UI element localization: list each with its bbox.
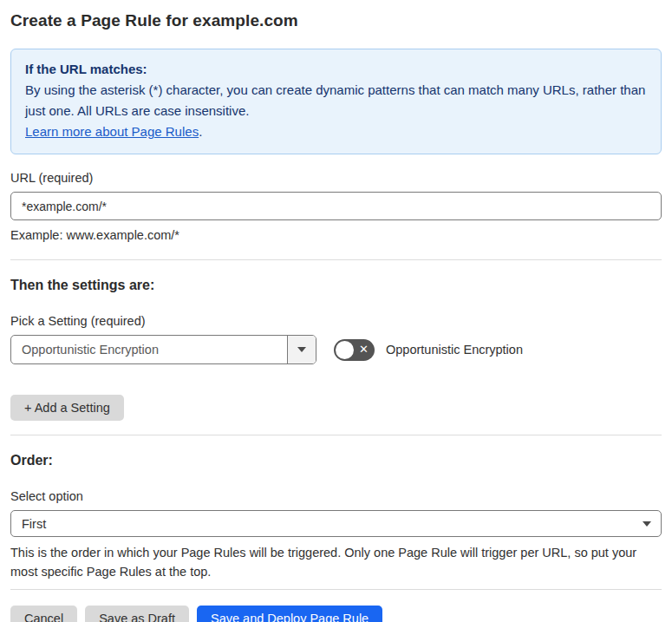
url-label: URL (required): [10, 171, 662, 185]
section-divider: [10, 435, 662, 435]
opportunistic-encryption-toggle[interactable]: ✕: [334, 339, 375, 361]
save-as-draft-button[interactable]: Save as Draft: [85, 606, 189, 622]
setting-row: Opportunistic Encryption ✕ Opportunistic…: [10, 335, 662, 364]
toggle-group: ✕ Opportunistic Encryption: [334, 339, 523, 361]
page-title: Create a Page Rule for example.com: [10, 11, 662, 30]
url-example-helper: Example: www.example.com/*: [10, 226, 662, 245]
order-helper-text: This is the order in which your Page Rul…: [10, 543, 662, 581]
add-setting-button[interactable]: + Add a Setting: [10, 395, 124, 421]
select-option-label: Select option: [10, 489, 662, 503]
section-divider: [10, 259, 662, 260]
info-box-body: By using the asterisk (*) character, you…: [25, 80, 647, 121]
cancel-button[interactable]: Cancel: [10, 606, 77, 622]
toggle-label: Opportunistic Encryption: [386, 343, 523, 357]
link-suffix: .: [199, 124, 202, 139]
save-and-deploy-button[interactable]: Save and Deploy Page Rule: [197, 606, 382, 622]
chevron-down-icon: [643, 521, 651, 527]
setting-dropdown-arrow-button[interactable]: [287, 336, 316, 363]
url-input[interactable]: [10, 192, 662, 220]
create-page-rule-panel: Create a Page Rule for example.com If th…: [0, 0, 672, 622]
url-match-info-box: If the URL matches: By using the asteris…: [10, 49, 662, 154]
order-select-value: First: [22, 517, 46, 531]
setting-dropdown-value: Opportunistic Encryption: [11, 336, 287, 363]
info-box-heading: If the URL matches:: [25, 59, 647, 80]
order-heading: Order:: [10, 453, 662, 468]
setting-dropdown[interactable]: Opportunistic Encryption: [10, 335, 316, 364]
learn-more-link[interactable]: Learn more about Page Rules: [25, 124, 199, 139]
footer-actions: Cancel Save as Draft Save and Deploy Pag…: [10, 606, 662, 622]
pick-setting-label: Pick a Setting (required): [10, 314, 662, 328]
toggle-knob: [336, 341, 354, 359]
toggle-off-x-icon: ✕: [359, 344, 369, 355]
info-box-link-line: Learn more about Page Rules.: [25, 121, 647, 142]
settings-heading: Then the settings are:: [10, 278, 662, 293]
footer-divider: [10, 589, 662, 590]
order-select[interactable]: First: [10, 510, 662, 537]
chevron-down-icon: [297, 347, 306, 352]
